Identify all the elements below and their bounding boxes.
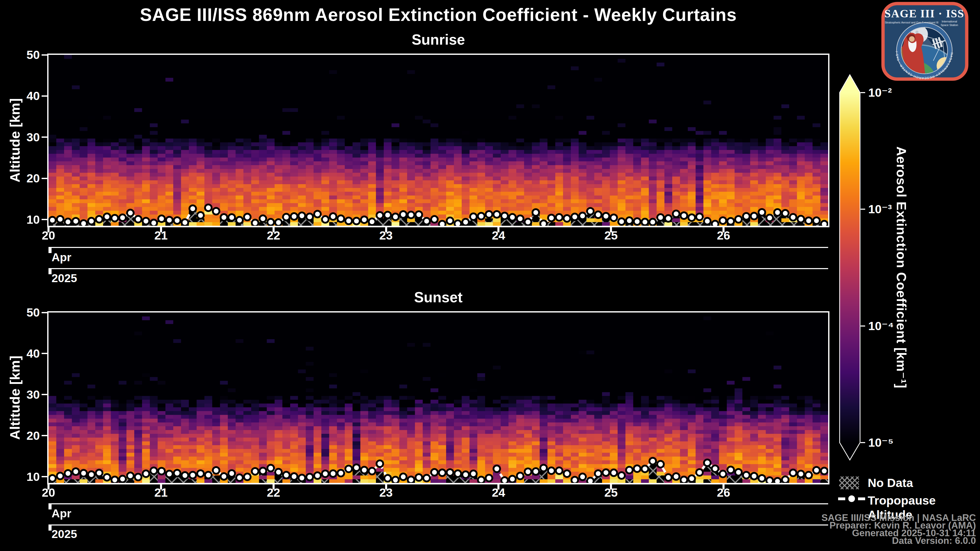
x-tick-label: 20: [28, 486, 69, 499]
y-tick: [41, 476, 47, 477]
y-tick-label: 30: [4, 130, 40, 144]
tropopause-marker-icon: [838, 493, 865, 505]
colorbar-tick: [861, 92, 865, 93]
x-tick-label: 21: [141, 229, 181, 242]
y-tick-label: 40: [4, 347, 40, 360]
y-tick-label: 10: [4, 470, 40, 483]
footer-data-version: Data Version: 6.0.0: [892, 537, 976, 545]
date-level-tick: [48, 268, 52, 274]
sunset-heatmap-canvas: [48, 313, 828, 483]
sage-weekly-curtains-figure: { "title": "SAGE III/ISS 869nm Aerosol E…: [0, 0, 980, 551]
logo-iss-line2: Space Station: [941, 24, 958, 27]
date-level-tick: [48, 247, 52, 253]
plot-right-spine: [828, 311, 829, 484]
year-label-sunset: 2025: [52, 528, 77, 540]
mission-logo: SAGE III · ISS Stratospheric Aerosol and…: [881, 2, 969, 81]
x-tick-label: 26: [703, 229, 744, 242]
date-level-tick: [48, 503, 52, 510]
page-title: SAGE III/ISS 869nm Aerosol Extinction Co…: [48, 4, 828, 25]
y-tick: [41, 54, 47, 56]
colorbar-tick: [861, 209, 865, 210]
x-tick-label: 22: [253, 486, 294, 499]
logo-title: SAGE III · ISS: [885, 7, 964, 20]
panel-title-sunrise: Sunrise: [48, 32, 828, 48]
month-label-sunset: Apr: [52, 507, 72, 520]
x-tick-label: 24: [478, 229, 519, 242]
y-tick: [41, 137, 47, 138]
date-level-line: [48, 503, 828, 504]
plot-left-spine: [47, 54, 48, 227]
x-tick-label: 22: [253, 229, 294, 242]
plot-top-spine: [47, 311, 829, 313]
legend-tropopause-label: Tropopause Altitude: [868, 493, 980, 508]
y-tick: [41, 95, 47, 97]
plot-right-spine: [828, 54, 829, 227]
date-level-tick: [48, 524, 52, 530]
y-tick: [41, 353, 47, 354]
colorbar-gradient: [840, 75, 860, 460]
x-tick-label: 25: [590, 486, 632, 499]
date-level-line: [48, 524, 828, 526]
plot-left-spine: [47, 311, 48, 484]
y-tick: [41, 312, 47, 313]
y-tick-label: 40: [4, 89, 40, 103]
colorbar-axis-label: Aerosol Extinction Coefficient [km⁻¹]: [892, 75, 911, 460]
y-tick-label: 50: [4, 48, 40, 62]
x-tick-label: 23: [366, 486, 407, 499]
y-tick-label: 20: [4, 429, 40, 442]
date-level-line: [48, 247, 828, 248]
x-tick-label: 20: [28, 229, 69, 242]
y-tick-label: 10: [4, 213, 40, 226]
y-tick: [41, 219, 47, 220]
y-tick: [41, 435, 47, 436]
x-tick-label: 23: [366, 229, 407, 242]
sunrise-heatmap-canvas: [48, 55, 828, 226]
y-tick-label: 20: [4, 171, 40, 185]
legend-no-data-label: No Data: [868, 476, 913, 490]
colorbar-tick: [861, 442, 865, 443]
x-tick-label: 25: [590, 229, 632, 242]
month-label-sunrise: Apr: [52, 251, 72, 264]
logo-iss-line1: International: [942, 20, 957, 23]
y-tick-label: 30: [4, 388, 40, 401]
y-tick: [41, 178, 47, 179]
x-tick-label: 26: [703, 486, 744, 499]
plot-top-spine: [47, 54, 829, 55]
y-tick-label: 50: [4, 306, 40, 319]
y-tick: [41, 394, 47, 395]
plot-bottom-spine: [47, 226, 829, 227]
colorbar: [840, 75, 860, 460]
panel-title-sunset: Sunset: [48, 289, 828, 305]
colorbar-tick: [861, 326, 865, 327]
x-tick-label: 24: [478, 486, 519, 499]
x-tick-label: 21: [141, 486, 181, 499]
year-label-sunrise: 2025: [52, 272, 77, 285]
no-data-hatch-icon: [839, 476, 859, 489]
plot-bottom-spine: [47, 483, 829, 484]
date-level-line: [48, 268, 828, 269]
